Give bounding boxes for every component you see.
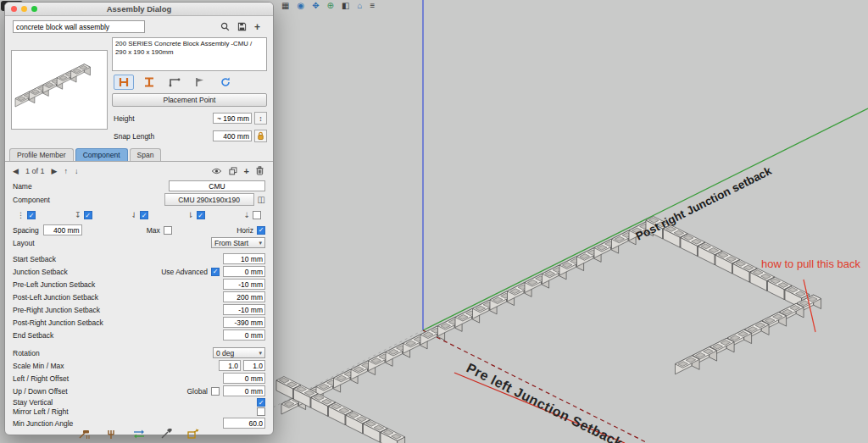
anchor-bottom-checkbox[interactable]: ✓ xyxy=(84,211,92,219)
search-icon[interactable] xyxy=(220,22,230,31)
layout-select-value: From Start xyxy=(214,239,248,247)
up-down-offset-input[interactable] xyxy=(223,385,265,396)
dialog-title: Assembly Dialog xyxy=(5,4,273,14)
export-tool-icon[interactable] xyxy=(186,429,200,440)
anchor-top-checkbox[interactable]: ✓ xyxy=(27,211,36,219)
chevron-down-icon: ▾ xyxy=(259,350,262,357)
duplicate-icon[interactable] xyxy=(229,167,237,175)
toolbar-zoom-icon[interactable]: ⊕ xyxy=(327,1,334,11)
use-advanced-checkbox[interactable]: ✓ xyxy=(211,268,220,276)
up-down-offset-label: Up / Down Offset xyxy=(13,387,68,396)
use-advanced-label: Use Advanced xyxy=(161,268,208,276)
assembly-preview-thumbnail[interactable] xyxy=(11,50,108,130)
max-checkbox[interactable] xyxy=(164,226,172,235)
i-beam-icon[interactable] xyxy=(139,75,159,90)
spacing-label: Spacing xyxy=(13,226,39,235)
toolbar-views-icon[interactable]: ⌂ xyxy=(357,1,362,11)
rotation-select-value: 0 deg xyxy=(216,349,234,357)
component-label: Component xyxy=(13,196,50,204)
name-label: Name xyxy=(13,182,32,191)
stay-vertical-label: Stay Vertical xyxy=(13,398,53,407)
end-setback-label: End Setback xyxy=(13,331,53,340)
height-label: Height xyxy=(114,114,135,123)
toolbar-orbit-icon[interactable]: ◉ xyxy=(297,1,304,11)
min-junction-angle-label: Min Junction Angle xyxy=(13,419,73,428)
stay-vertical-checkbox[interactable]: ✓ xyxy=(257,398,265,407)
global-checkbox[interactable] xyxy=(211,387,220,396)
eyedropper-tool-icon[interactable] xyxy=(159,429,173,440)
layout-label: Layout xyxy=(13,239,35,247)
assembly-dialog: Assembly Dialog + xyxy=(4,2,274,435)
start-setback-input[interactable] xyxy=(223,253,265,264)
swap-arrows-tool-icon[interactable] xyxy=(132,429,146,440)
tab-bar: Profile Member Component Span xyxy=(5,148,273,162)
toolbar-layers-icon[interactable]: ≡ xyxy=(370,1,375,11)
delete-trash-icon[interactable] xyxy=(256,166,264,175)
save-icon[interactable] xyxy=(237,22,247,31)
junction-setback-input[interactable] xyxy=(223,266,265,277)
anchor-right-icon: ⇂ xyxy=(187,211,194,219)
scale-max-input[interactable] xyxy=(243,360,265,371)
add-assembly-icon[interactable]: + xyxy=(254,21,260,33)
visibility-eye-icon[interactable] xyxy=(211,168,222,174)
anchor-left-icon: ⇃ xyxy=(131,211,137,219)
junction-setback-label: Junction Setback xyxy=(13,268,68,276)
flag-path-icon[interactable] xyxy=(190,75,210,90)
rotation-select[interactable]: 0 deg ▾ xyxy=(213,347,265,358)
tab-component[interactable]: Component xyxy=(75,148,128,161)
pull-back-annotation: how to pull this back xyxy=(761,257,861,270)
end-setback-input[interactable] xyxy=(223,329,265,341)
rotation-label: Rotation xyxy=(13,349,40,357)
assembly-search-input[interactable] xyxy=(13,20,145,33)
post-right-junction-setback-input[interactable] xyxy=(223,317,265,328)
snap-length-input[interactable] xyxy=(213,130,252,141)
scale-min-max-label: Scale Min / Max xyxy=(13,362,64,370)
lock-icon[interactable] xyxy=(254,130,267,142)
h-profile-icon[interactable] xyxy=(114,75,134,90)
max-label: Max xyxy=(147,226,160,235)
height-input[interactable] xyxy=(213,113,252,124)
layout-select[interactable]: From Start ▾ xyxy=(211,237,265,248)
anchor-bottom-icon: ↧ xyxy=(75,211,81,219)
left-right-offset-label: Left / Right Offset xyxy=(13,374,69,383)
mirror-checkbox[interactable] xyxy=(257,407,265,416)
scale-min-input[interactable] xyxy=(219,360,241,371)
sync-refresh-icon[interactable] xyxy=(215,75,236,90)
dialog-titlebar[interactable]: Assembly Dialog xyxy=(5,3,273,16)
assembly-description: 200 SERIES Concrete Block Assembly -CMU … xyxy=(112,37,267,71)
placement-point-button[interactable]: Placement Point xyxy=(112,93,267,107)
toolbar-section-icon[interactable]: ◧ xyxy=(342,1,349,11)
start-setback-label: Start Setback xyxy=(13,255,56,263)
hammer-tool-icon[interactable] xyxy=(78,429,92,440)
anchor-center-checkbox[interactable] xyxy=(253,211,261,219)
fork-tool-icon[interactable] xyxy=(105,429,119,440)
spacing-input[interactable] xyxy=(43,224,82,235)
tab-profile-member[interactable]: Profile Member xyxy=(9,148,74,161)
horiz-checkbox[interactable]: ✓ xyxy=(257,226,265,235)
component-name-input[interactable] xyxy=(169,180,265,191)
snap-length-label: Snap Length xyxy=(114,132,154,141)
move-down-button[interactable]: ↓ xyxy=(75,167,79,175)
corner-path-icon[interactable] xyxy=(164,75,185,90)
anchor-center-icon: ⇣ xyxy=(243,211,250,219)
chevron-down-icon: ▾ xyxy=(259,240,262,246)
mirror-left-right-label: Mirror Left / Right xyxy=(13,407,69,416)
anchor-top-icon: ⋮ xyxy=(17,211,25,219)
tab-span[interactable]: Span xyxy=(130,148,162,161)
component-browser-icon[interactable]: ◫ xyxy=(258,195,265,204)
pre-right-junction-setback-input[interactable] xyxy=(223,304,265,315)
toolbar-select-icon[interactable]: ▦ xyxy=(281,1,289,11)
pre-left-junction-setback-input[interactable] xyxy=(223,279,265,290)
min-junction-angle-input[interactable] xyxy=(223,418,265,429)
next-component-button[interactable]: ▶ xyxy=(51,167,57,175)
anchor-left-checkbox[interactable]: ✓ xyxy=(140,211,148,219)
height-stretch-icon[interactable]: ↕ xyxy=(254,112,267,125)
toolbar-pan-icon[interactable]: ✥ xyxy=(312,1,319,11)
component-select-button[interactable]: CMU 290x190x190 xyxy=(164,193,254,206)
anchor-right-checkbox[interactable]: ✓ xyxy=(197,211,205,219)
add-component-icon[interactable]: + xyxy=(244,166,249,176)
left-right-offset-input[interactable] xyxy=(223,373,265,384)
move-up-button[interactable]: ↑ xyxy=(64,167,68,175)
prev-component-button[interactable]: ◀ xyxy=(13,167,19,175)
post-left-junction-setback-input[interactable] xyxy=(223,291,265,302)
